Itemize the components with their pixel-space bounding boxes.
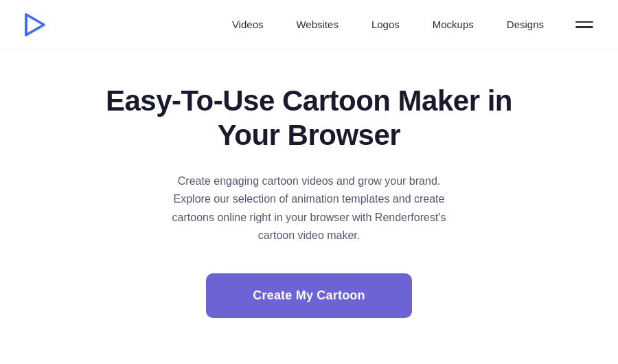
nav-item-mockups[interactable]: Mockups: [433, 19, 474, 30]
nav-links: Videos Websites Logos Mockups Designs: [232, 19, 544, 30]
logo-area[interactable]: [21, 12, 47, 38]
nav-item-websites[interactable]: Websites: [296, 19, 338, 30]
navbar: Videos Websites Logos Mockups Designs: [0, 0, 618, 49]
nav-item-logos[interactable]: Logos: [371, 19, 400, 30]
hero-subtitle: Create engaging cartoon videos and grow …: [161, 172, 457, 245]
hamburger-menu[interactable]: [571, 17, 597, 32]
nav-item-designs[interactable]: Designs: [507, 19, 544, 30]
hamburger-line-2: [575, 26, 593, 28]
svg-marker-0: [26, 14, 44, 35]
create-cartoon-button[interactable]: Create My Cartoon: [206, 273, 411, 318]
hero-title: Easy-To-Use Cartoon Maker in Your Browse…: [96, 84, 522, 153]
hamburger-line-1: [575, 21, 593, 23]
logo-icon: [21, 12, 47, 38]
nav-item-videos[interactable]: Videos: [232, 19, 264, 30]
hero-section: Easy-To-Use Cartoon Maker in Your Browse…: [0, 49, 618, 345]
